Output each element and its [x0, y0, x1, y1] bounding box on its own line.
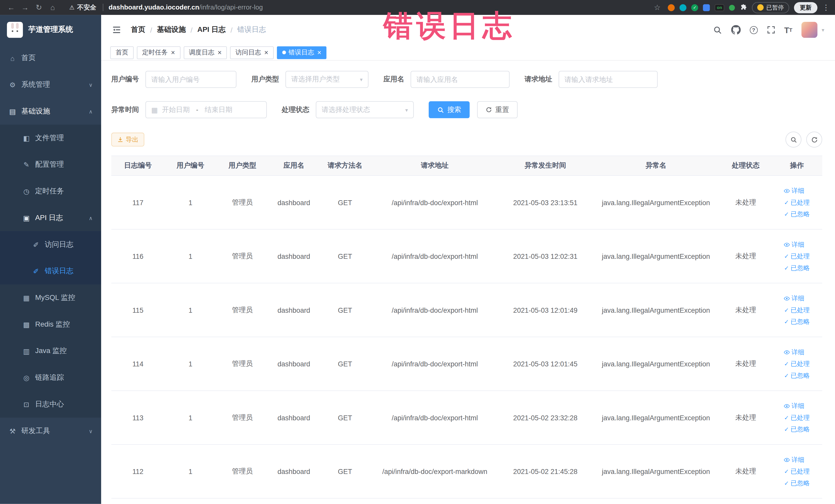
- profile-paused-pill[interactable]: 已暂停: [752, 2, 789, 13]
- table-row: 1121管理员dashboardGET/api/infra/db-doc/exp…: [111, 445, 822, 499]
- sidebar-item-config-mgmt[interactable]: ✎配置管理: [0, 151, 101, 178]
- address-bar[interactable]: dashboard.yudao.iocoder.cn/infra/log/api…: [103, 4, 263, 11]
- action-detail[interactable]: 详细: [784, 348, 805, 357]
- extension-icon-leaf[interactable]: [729, 5, 735, 11]
- sidebar-item-system-mgmt[interactable]: ⚙系统管理∨: [0, 72, 101, 98]
- process-status-select[interactable]: 请选择处理状态 ▾: [316, 101, 414, 118]
- browser-menu-icon[interactable]: ⋮: [822, 3, 830, 12]
- filter-row-2: 异常时间 ▦ 开始日期 - 结束日期 处理状态 请选择处理状态 ▾: [111, 101, 822, 118]
- action-label: 已处理: [791, 413, 810, 422]
- sidebar-item-home[interactable]: ⌂首页: [0, 45, 101, 72]
- search-button[interactable]: 搜索: [429, 101, 470, 118]
- sidebar-item-mysql-monitor[interactable]: ▦MySQL 监控: [0, 284, 101, 311]
- tab-close-icon[interactable]: ×: [218, 49, 222, 56]
- user-id-input[interactable]: [145, 71, 237, 88]
- row-actions: 详细✓已处理✓已忽略: [784, 348, 810, 380]
- action-detail[interactable]: 详细: [784, 401, 805, 410]
- action-processed[interactable]: ✓已处理: [784, 359, 810, 368]
- tab-close-icon[interactable]: ×: [171, 49, 175, 56]
- cell-actions: 详细✓已处理✓已忽略: [772, 283, 822, 337]
- extension-icon-blue[interactable]: [703, 4, 710, 11]
- user-type-select[interactable]: 请选择用户类型 ▾: [285, 71, 369, 88]
- refresh-tool-button[interactable]: [806, 132, 822, 147]
- help-icon[interactable]: ?: [750, 26, 757, 34]
- cell-app: dashboard: [268, 176, 319, 229]
- tab-error-log[interactable]: 错误日志×: [277, 46, 326, 59]
- sidebar-item-scheduled-tasks[interactable]: ◷定时任务: [0, 178, 101, 205]
- reset-button[interactable]: 重置: [477, 101, 518, 118]
- action-processed[interactable]: ✓已处理: [784, 198, 810, 207]
- action-processed[interactable]: ✓已处理: [784, 251, 810, 261]
- request-url-input[interactable]: [558, 71, 658, 88]
- tab-close-icon[interactable]: ×: [317, 49, 321, 56]
- action-ignored[interactable]: ✓已忽略: [784, 263, 810, 273]
- sidebar-item-link-tracing[interactable]: ◎链路追踪: [0, 364, 101, 391]
- action-label: 详细: [792, 240, 805, 249]
- tab-home[interactable]: 首页: [110, 46, 134, 59]
- date-range-picker[interactable]: ▦ 开始日期 - 结束日期: [145, 101, 267, 118]
- back-icon[interactable]: ←: [5, 3, 17, 12]
- action-detail[interactable]: 详细: [784, 294, 805, 303]
- action-detail[interactable]: 详细: [784, 455, 805, 464]
- sidebar-item-redis-monitor[interactable]: ▩Redis 监控: [0, 311, 101, 338]
- tab-close-icon[interactable]: ×: [264, 49, 268, 56]
- export-button[interactable]: 导出: [111, 133, 144, 147]
- tab-job-log[interactable]: 调度日志×: [184, 46, 227, 59]
- browser-update-button[interactable]: 更新: [794, 2, 817, 13]
- action-detail[interactable]: 详细: [784, 186, 805, 195]
- security-indicator[interactable]: ⚠ 不安全: [69, 3, 97, 12]
- chevron-down-icon: ∨: [89, 82, 93, 87]
- sidebar-item-access-log[interactable]: ✐访问日志: [0, 231, 101, 258]
- sidebar-item-java-monitor[interactable]: ▥Java 监控: [0, 338, 101, 364]
- row-actions: 详细✓已处理✓已忽略: [784, 455, 810, 488]
- bookmark-star-icon[interactable]: ☆: [651, 3, 663, 12]
- action-processed[interactable]: ✓已处理: [784, 413, 810, 422]
- font-size-icon[interactable]: TT: [784, 25, 792, 35]
- action-label: 已忽略: [791, 317, 810, 326]
- browser-home-icon[interactable]: ⌂: [47, 3, 59, 12]
- check-icon: ✓: [784, 372, 789, 379]
- start-date-placeholder: 开始日期: [162, 105, 190, 115]
- search-button-label: 搜索: [447, 105, 461, 115]
- breadcrumb-item[interactable]: API 日志: [197, 25, 226, 35]
- avatar-caret-icon[interactable]: ▾: [822, 27, 824, 33]
- action-ignored[interactable]: ✓已忽略: [784, 209, 810, 219]
- user-avatar[interactable]: [801, 22, 817, 38]
- cell-actions: 详细✓已处理✓已忽略: [772, 229, 822, 283]
- extension-icon-teal[interactable]: [680, 4, 687, 11]
- app-name-input[interactable]: [411, 71, 510, 88]
- reload-icon[interactable]: ↻: [33, 3, 45, 12]
- breadcrumb-item[interactable]: 首页: [131, 25, 145, 35]
- sidebar-item-infrastructure[interactable]: ▤基础设施∧: [0, 98, 101, 125]
- sidebar-item-file-mgmt[interactable]: ◧文件管理: [0, 124, 101, 151]
- action-ignored[interactable]: ✓已忽略: [784, 425, 810, 434]
- error-log-table: 日志编号用户编号用户类型应用名请求方法名请求地址异常发生时间异常名处理状态操作 …: [111, 156, 822, 499]
- action-ignored[interactable]: ✓已忽略: [784, 479, 810, 488]
- action-processed[interactable]: ✓已处理: [784, 305, 810, 315]
- extension-icon-orange[interactable]: [668, 4, 675, 11]
- sidebar-item-api-log[interactable]: ▣API 日志∧: [0, 205, 101, 231]
- zoom-tool-button[interactable]: [786, 132, 801, 147]
- eye-icon: [784, 295, 790, 301]
- action-ignored[interactable]: ✓已忽略: [784, 371, 810, 380]
- sidebar-collapse-icon[interactable]: [112, 25, 121, 35]
- forward-icon[interactable]: →: [19, 3, 31, 12]
- action-ignored[interactable]: ✓已忽略: [784, 317, 810, 326]
- extensions-puzzle-icon[interactable]: [740, 4, 747, 11]
- tab-access-log[interactable]: 访问日志×: [230, 46, 273, 59]
- action-detail[interactable]: 详细: [784, 240, 805, 249]
- cell-id: 115: [111, 283, 165, 337]
- sidebar-item-error-log[interactable]: ✐错误日志: [0, 258, 101, 284]
- browser-toolbar-right: ☆ ✓ on 已暂停 更新 ⋮: [651, 2, 830, 13]
- sidebar-item-log-center[interactable]: ⊡日志中心: [0, 391, 101, 418]
- extension-icon-green-check[interactable]: ✓: [691, 4, 698, 11]
- app-logo[interactable]: 芋道管理系统: [0, 15, 101, 45]
- extension-on-badge[interactable]: on: [715, 4, 725, 11]
- tab-job[interactable]: 定时任务×: [137, 46, 180, 59]
- fullscreen-icon[interactable]: [767, 26, 775, 34]
- sidebar-item-dev-tools[interactable]: ⚒研发工具∨: [0, 418, 101, 444]
- breadcrumb-item[interactable]: 基础设施: [157, 25, 186, 35]
- action-processed[interactable]: ✓已处理: [784, 467, 810, 476]
- github-icon[interactable]: [731, 25, 740, 35]
- search-icon[interactable]: [713, 25, 722, 35]
